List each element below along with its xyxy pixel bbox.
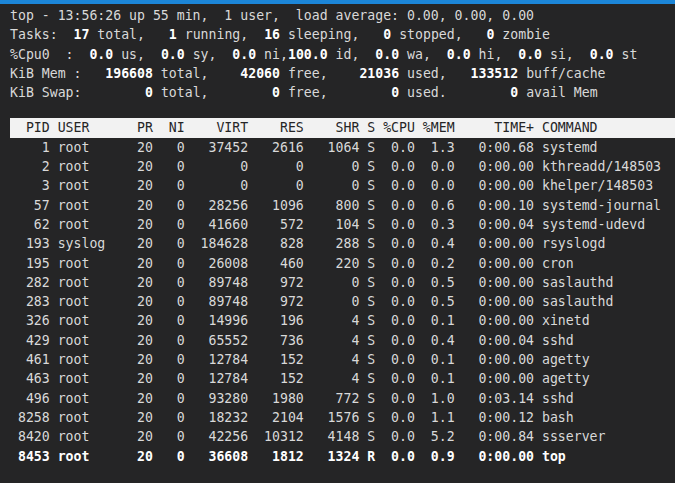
summary-label: total,	[89, 27, 168, 42]
summary-label: ni,	[256, 47, 288, 62]
summary-value: 0	[272, 85, 280, 100]
process-row: 463 root 20 0 12784 152 4 S 0.0 0.1 0:00…	[10, 369, 675, 388]
process-row: 2 root 20 0 0 0 0 S 0.0 0.0 0:00.00 kthr…	[10, 157, 675, 176]
process-row: 282 root 20 0 89748 972 0 S 0.0 0.5 0:00…	[10, 273, 675, 292]
summary-value: 0.0	[518, 47, 542, 62]
uptime-line: top - 13:56:26 up 55 min, 1 user, load a…	[10, 6, 675, 25]
summary-value: 0	[391, 85, 399, 100]
summary-label: us,	[113, 47, 161, 62]
process-row: 62 root 20 0 41660 572 104 S 0.0 0.3 0:0…	[10, 215, 675, 234]
tasks-line: Tasks: 17 total, 1 running, 16 sleeping,…	[10, 25, 675, 44]
summary-value: 0	[383, 27, 391, 42]
process-row: 326 root 20 0 14996 196 4 S 0.0 0.1 0:00…	[10, 311, 675, 330]
process-row: 8453 root 20 0 36608 1812 1324 R 0.0 0.9…	[10, 447, 675, 466]
summary-value: 133512	[471, 66, 519, 81]
summary-label: free,	[280, 85, 391, 100]
summary-label: used.	[399, 85, 510, 100]
process-row: 3 root 20 0 0 0 0 S 0.0 0.0 0:00.00 khel…	[10, 176, 675, 195]
summary-value: 1	[169, 27, 177, 42]
process-table-body: 1 root 20 0 37452 2616 1064 S 0.0 1.3 0:…	[10, 138, 675, 466]
summary-value: 16	[264, 27, 280, 42]
summary-label: id,	[328, 47, 376, 62]
terminal-window[interactable]: top - 13:56:26 up 55 min, 1 user, load a…	[0, 0, 675, 483]
summary-value: 196608	[105, 66, 153, 81]
summary-label: running,	[177, 27, 264, 42]
summary-value: 0.0	[232, 47, 256, 62]
top-output: top - 13:56:26 up 55 min, 1 user, load a…	[10, 4, 675, 466]
summary-label: avail Mem	[518, 85, 597, 100]
summary-value: 21036	[359, 66, 399, 81]
process-row: 8420 root 20 0 42256 10312 4148 S 0.0 5.…	[10, 427, 675, 446]
summary-label: %Cpu0 :	[10, 47, 89, 62]
summary-label: Tasks:	[10, 27, 74, 42]
summary-label: KiB Mem :	[10, 66, 105, 81]
summary-label: used,	[399, 66, 470, 81]
summary-label: sy,	[185, 47, 233, 62]
process-table-header: PID USER PR NI VIRT RES SHR S %CPU %MEM …	[10, 118, 675, 137]
summary-label: sleeping,	[280, 27, 383, 42]
process-row: 283 root 20 0 89748 972 0 S 0.0 0.5 0:00…	[10, 292, 675, 311]
summary-value: 17	[74, 27, 90, 42]
summary-label: free,	[280, 66, 359, 81]
blank-line	[10, 102, 675, 118]
process-row: 429 root 20 0 65552 736 4 S 0.0 0.4 0:00…	[10, 331, 675, 350]
summary-label: hi,	[471, 47, 519, 62]
summary-label: zombie	[494, 27, 550, 42]
cpu-line: %Cpu0 : 0.0 us, 0.0 sy, 0.0 ni,100.0 id,…	[10, 45, 675, 64]
mem-line: KiB Mem : 196608 total, 42060 free, 2103…	[10, 64, 675, 83]
summary-label: si,	[542, 47, 590, 62]
summary-value: 0	[510, 85, 518, 100]
summary-label: total,	[153, 66, 240, 81]
process-row: 195 root 20 0 26008 460 220 S 0.0 0.2 0:…	[10, 254, 675, 273]
process-row: 461 root 20 0 12784 152 4 S 0.0 0.1 0:00…	[10, 350, 675, 369]
summary-label: total,	[153, 85, 272, 100]
process-row: 193 syslog 20 0 184628 828 288 S 0.0 0.4…	[10, 234, 675, 253]
swap-line: KiB Swap: 0 total, 0 free, 0 used. 0 ava…	[10, 83, 675, 102]
summary-value: 0.0	[89, 47, 113, 62]
summary-value: 42060	[240, 66, 280, 81]
process-row: 1 root 20 0 37452 2616 1064 S 0.0 1.3 0:…	[10, 138, 675, 157]
summary-value: 0.0	[375, 47, 399, 62]
summary-label: stopped,	[391, 27, 486, 42]
summary-value: 0.0	[447, 47, 471, 62]
top-summary: top - 13:56:26 up 55 min, 1 user, load a…	[10, 6, 675, 102]
summary-label: wa,	[399, 47, 447, 62]
process-row: 8258 root 20 0 18232 2104 1576 S 0.0 1.1…	[10, 408, 675, 427]
summary-value: 0.0	[590, 47, 614, 62]
summary-value: 100.0	[288, 47, 328, 62]
summary-label: KiB Swap:	[10, 85, 145, 100]
summary-label: st	[614, 47, 638, 62]
summary-label: buff/cache	[518, 66, 605, 81]
process-row: 496 root 20 0 93280 1980 772 S 0.0 1.0 0…	[10, 389, 675, 408]
process-row: 57 root 20 0 28256 1096 800 S 0.0 0.6 0:…	[10, 196, 675, 215]
summary-label: top - 13:56:26 up 55 min, 1 user, load a…	[10, 8, 534, 23]
summary-value: 0	[145, 85, 153, 100]
summary-value: 0.0	[161, 47, 185, 62]
